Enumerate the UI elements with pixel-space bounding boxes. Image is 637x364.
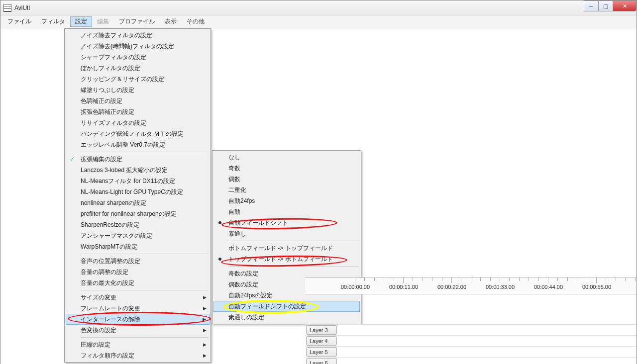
submenu-item[interactable]: なし (213, 152, 360, 163)
layer-row[interactable]: Layer 3 (305, 324, 637, 335)
submenu-item[interactable]: 自動24fps (213, 195, 360, 206)
menu-item[interactable]: prefilter for nonlinear sharpenの設定 (66, 208, 210, 219)
timeline-ruler[interactable]: 00:00:00.0000:00:11.0000:00:22.0000:00:3… (305, 277, 637, 294)
menu-item-label: フィルタ順序の設定 (81, 352, 134, 360)
menu-item-label: 拡張編集の設定 (81, 155, 122, 164)
layer-track[interactable] (338, 347, 637, 357)
ruler-minor-tick (557, 278, 558, 281)
settings-menu[interactable]: ノイズ除去フィルタの設定ノイズ除去(時間軸)フィルタの設定シャープフィルタの設定… (64, 28, 211, 363)
ruler-tick-label: 00:00:55.00 (582, 284, 612, 290)
menu-item[interactable]: フィルタ順序の設定▶ (66, 350, 210, 361)
menu-item[interactable]: NL-Means-Light for GPU TypeCの設定 (66, 186, 210, 197)
menu-item[interactable]: WarpSharpMTの設定 (66, 241, 210, 252)
menu-item-label: 音量の調整の設定 (81, 268, 128, 276)
menu-プロファイル[interactable]: プロファイル (114, 16, 160, 27)
submenu-item[interactable]: 素通し (213, 228, 360, 239)
ruler-minor-tick (538, 278, 539, 281)
ruler-tick: 00:00:11.00 (403, 278, 404, 283)
menu-item[interactable]: ぼかしフィルタの設定 (66, 63, 210, 74)
menu-item-label: シャープフィルタの設定 (81, 53, 146, 62)
menu-item[interactable]: NL-Meansフィルタ for DX11の設定 (66, 176, 210, 186)
menu-ファイル[interactable]: ファイル (2, 16, 36, 27)
minimize-icon: ─ (589, 3, 593, 9)
menu-item[interactable]: 圧縮の設定▶ (66, 339, 210, 350)
menu-item[interactable]: SharpenResizeの設定 (66, 219, 210, 230)
menu-item[interactable]: 音量の最大化の設定 (66, 277, 210, 288)
ruler-minor-tick (509, 278, 510, 281)
menu-表示[interactable]: 表示 (160, 16, 182, 27)
menu-item[interactable]: リサイズフィルタの設定 (66, 117, 210, 128)
ruler-tick-label: 00:00:33.00 (485, 284, 515, 290)
ruler-minor-tick (394, 278, 394, 281)
menu-item-label: 音量の最大化の設定 (81, 279, 134, 287)
window-controls: ─ ▢ ✕ (584, 0, 637, 11)
menu-その他[interactable]: その他 (182, 16, 210, 27)
menu-item[interactable]: Lanczos 3-lobed 拡大縮小の設定 (66, 165, 210, 176)
menu-item[interactable]: バンディング低減フィルタ ＭＴの設定 (66, 128, 210, 139)
submenu-item[interactable]: トップフィールド -> ボトムフィールド (213, 254, 360, 265)
maximize-icon: ▢ (603, 3, 608, 9)
menu-item[interactable]: 拡張編集の設定✓ (66, 154, 210, 165)
layer-label[interactable]: Layer 3 (306, 325, 337, 335)
menu-item[interactable]: 色変換の設定▶ (66, 325, 210, 336)
menu-item[interactable]: フレームレートの変更▶ (66, 303, 210, 314)
menu-item-label: バンディング低減フィルタ ＭＴの設定 (81, 130, 184, 138)
submenu-item[interactable]: 自動 (213, 206, 360, 217)
menu-item[interactable]: 音声の位置調整の設定 (66, 256, 210, 267)
menu-item[interactable]: 音量の調整の設定 (66, 267, 210, 277)
ruler-tick-label: 00:00:11.00 (389, 284, 419, 290)
menu-item[interactable]: インターレースの解除▶ (66, 314, 210, 325)
submenu-item[interactable]: 二重化 (213, 184, 360, 195)
ruler-minor-tick (519, 278, 520, 281)
menu-item[interactable]: 色調補正の設定 (66, 95, 210, 106)
submenu-item[interactable]: 自動フィールドシフト (213, 217, 360, 228)
menu-item[interactable]: 拡張色調補正の設定 (66, 106, 210, 117)
menu-フィルタ[interactable]: フィルタ (36, 16, 70, 27)
ruler-tick: 00:00:44.00 (548, 278, 548, 283)
minimize-button[interactable]: ─ (584, 0, 599, 11)
menu-separator (81, 290, 209, 290)
layer-row[interactable]: Layer 4 (305, 335, 637, 346)
ruler-minor-tick (616, 278, 616, 281)
layer-label[interactable]: Layer 4 (306, 336, 337, 346)
ruler-minor-tick (413, 278, 413, 281)
layer-label[interactable]: Layer 6 (306, 358, 337, 364)
timeline: 00:00:00.0000:00:11.0000:00:22.0000:00:3… (305, 277, 637, 364)
menu-separator (81, 152, 209, 152)
menu-item[interactable]: クリッピング＆リサイズの設定 (66, 74, 210, 85)
menu-item[interactable]: nonlinear sharpenの設定 (66, 197, 210, 208)
layer-track[interactable] (338, 336, 637, 346)
ruler-tick: 00:00:00.00 (355, 278, 355, 283)
submenu-item-label: 素通しの設定 (228, 313, 264, 322)
titlebar[interactable]: AviUtl ─ ▢ ✕ (0, 0, 637, 15)
layer-track[interactable] (338, 358, 637, 364)
layer-label[interactable]: Layer 5 (306, 347, 337, 357)
menu-item-label: Lanczos 3-lobed 拡大縮小の設定 (81, 166, 168, 175)
submenu-item[interactable]: 偶数 (213, 174, 360, 184)
menu-separator (228, 266, 359, 267)
submenu-arrow-icon: ▶ (203, 328, 207, 333)
maximize-button[interactable]: ▢ (598, 0, 613, 11)
ruler-tick-label: 00:00:00.00 (340, 284, 370, 290)
menu-item[interactable]: サイズの変更▶ (66, 292, 210, 303)
submenu-arrow-icon: ▶ (203, 306, 207, 311)
submenu-item-label: トップフィールド -> ボトムフィールド (228, 255, 333, 264)
menu-item[interactable]: シャープフィルタの設定 (66, 52, 210, 63)
close-button[interactable]: ✕ (613, 0, 637, 11)
menu-item[interactable]: アンシャープマスクの設定 (66, 230, 210, 241)
ruler-minor-tick (577, 278, 577, 281)
submenu-item[interactable]: ボトムフィールド -> トップフィールド (213, 243, 360, 254)
menu-item[interactable]: ノイズ除去フィルタの設定 (66, 30, 210, 41)
menu-設定[interactable]: 設定 (70, 16, 92, 27)
menu-item[interactable]: エッジレベル調整 Ver0.7の設定 (66, 139, 210, 150)
submenu-item-label: 自動フィールドシフトの設定 (228, 302, 306, 311)
submenu-item[interactable]: 奇数 (213, 163, 360, 174)
layer-row[interactable]: Layer 6 (305, 357, 637, 364)
menu-item-label: NL-Means-Light for GPU TypeCの設定 (81, 188, 183, 196)
menu-item[interactable]: 縁塗りつぶしの設定 (66, 85, 210, 95)
submenu-item-label: なし (228, 153, 240, 162)
layer-track[interactable] (338, 325, 637, 335)
menu-item[interactable]: ノイズ除去(時間軸)フィルタの設定 (66, 41, 210, 52)
layer-row[interactable]: Layer 5 (305, 346, 637, 357)
ruler-minor-tick (364, 278, 365, 281)
